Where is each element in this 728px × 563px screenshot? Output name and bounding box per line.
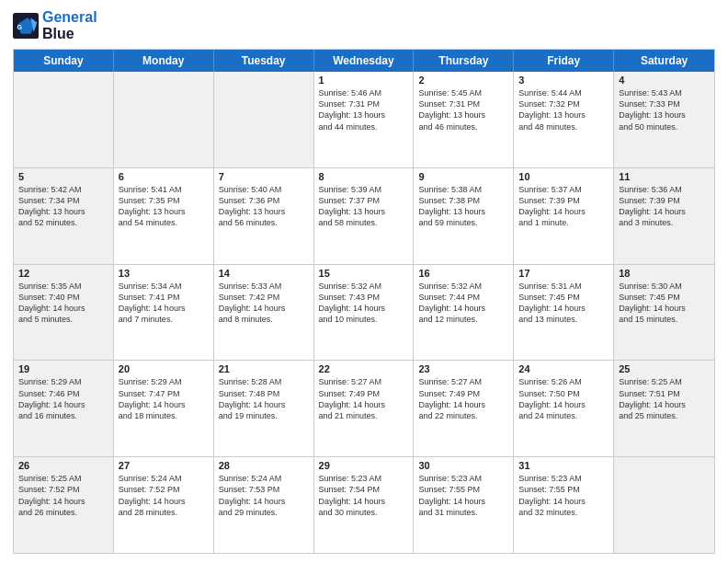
calendar-cell-20: 20Sunrise: 5:29 AM Sunset: 7:47 PM Dayli… — [114, 361, 214, 456]
cell-info: Sunrise: 5:23 AM Sunset: 7:55 PM Dayligh… — [518, 473, 609, 518]
calendar-header: SundayMondayTuesdayWednesdayThursdayFrid… — [14, 50, 714, 72]
cell-info: Sunrise: 5:38 AM Sunset: 7:38 PM Dayligh… — [418, 184, 508, 229]
cell-info: Sunrise: 5:30 AM Sunset: 7:45 PM Dayligh… — [619, 281, 710, 326]
calendar-cell-31: 31Sunrise: 5:23 AM Sunset: 7:55 PM Dayli… — [514, 457, 614, 553]
day-number: 18 — [619, 268, 710, 279]
calendar-cell-empty — [114, 72, 214, 167]
col-header-tuesday: Tuesday — [214, 50, 314, 72]
col-header-thursday: Thursday — [414, 50, 514, 72]
day-number: 29 — [319, 460, 409, 471]
day-number: 25 — [619, 363, 710, 374]
calendar-cell-25: 25Sunrise: 5:25 AM Sunset: 7:51 PM Dayli… — [614, 361, 714, 456]
calendar-cell-14: 14Sunrise: 5:33 AM Sunset: 7:42 PM Dayli… — [214, 265, 314, 361]
day-number: 5 — [18, 171, 108, 182]
cell-info: Sunrise: 5:35 AM Sunset: 7:40 PM Dayligh… — [18, 281, 108, 326]
calendar-cell-9: 9Sunrise: 5:38 AM Sunset: 7:38 PM Daylig… — [414, 168, 514, 264]
day-number: 16 — [418, 268, 508, 279]
calendar-cell-1: 1Sunrise: 5:46 AM Sunset: 7:31 PM Daylig… — [314, 72, 415, 167]
calendar-cell-8: 8Sunrise: 5:39 AM Sunset: 7:37 PM Daylig… — [314, 168, 415, 264]
cell-info: Sunrise: 5:32 AM Sunset: 7:43 PM Dayligh… — [319, 281, 409, 326]
cell-info: Sunrise: 5:44 AM Sunset: 7:32 PM Dayligh… — [518, 87, 609, 132]
calendar-cell-27: 27Sunrise: 5:24 AM Sunset: 7:52 PM Dayli… — [114, 457, 214, 553]
calendar-cell-2: 2Sunrise: 5:45 AM Sunset: 7:31 PM Daylig… — [414, 72, 514, 167]
calendar-cell-10: 10Sunrise: 5:37 AM Sunset: 7:39 PM Dayli… — [514, 168, 614, 264]
day-number: 26 — [18, 460, 108, 471]
calendar-cell-6: 6Sunrise: 5:41 AM Sunset: 7:35 PM Daylig… — [114, 168, 214, 264]
calendar-row-2: 12Sunrise: 5:35 AM Sunset: 7:40 PM Dayli… — [14, 265, 714, 362]
calendar-cell-empty — [614, 457, 714, 553]
cell-info: Sunrise: 5:40 AM Sunset: 7:36 PM Dayligh… — [219, 184, 309, 229]
cell-info: Sunrise: 5:24 AM Sunset: 7:53 PM Dayligh… — [219, 473, 309, 518]
day-number: 31 — [518, 460, 609, 471]
day-number: 27 — [119, 460, 209, 471]
header: G General Blue — [13, 9, 715, 41]
cell-info: Sunrise: 5:29 AM Sunset: 7:46 PM Dayligh… — [18, 376, 108, 421]
calendar-cell-15: 15Sunrise: 5:32 AM Sunset: 7:43 PM Dayli… — [314, 265, 415, 361]
calendar-cell-19: 19Sunrise: 5:29 AM Sunset: 7:46 PM Dayli… — [14, 361, 114, 456]
cell-info: Sunrise: 5:24 AM Sunset: 7:52 PM Dayligh… — [119, 473, 209, 518]
day-number: 23 — [418, 363, 508, 374]
calendar-row-1: 5Sunrise: 5:42 AM Sunset: 7:34 PM Daylig… — [14, 168, 714, 265]
calendar-cell-24: 24Sunrise: 5:26 AM Sunset: 7:50 PM Dayli… — [514, 361, 614, 456]
calendar-cell-23: 23Sunrise: 5:27 AM Sunset: 7:49 PM Dayli… — [414, 361, 514, 456]
day-number: 11 — [619, 171, 710, 182]
day-number: 12 — [18, 268, 108, 279]
cell-info: Sunrise: 5:23 AM Sunset: 7:55 PM Dayligh… — [418, 473, 508, 518]
calendar-row-3: 19Sunrise: 5:29 AM Sunset: 7:46 PM Dayli… — [14, 361, 714, 457]
logo-icon: G — [13, 13, 39, 39]
cell-info: Sunrise: 5:25 AM Sunset: 7:52 PM Dayligh… — [18, 473, 108, 518]
calendar-cell-13: 13Sunrise: 5:34 AM Sunset: 7:41 PM Dayli… — [114, 265, 214, 361]
logo-text: General Blue — [42, 9, 97, 41]
cell-info: Sunrise: 5:31 AM Sunset: 7:45 PM Dayligh… — [518, 281, 609, 326]
cell-info: Sunrise: 5:36 AM Sunset: 7:39 PM Dayligh… — [619, 184, 710, 229]
day-number: 17 — [518, 268, 609, 279]
day-number: 22 — [319, 363, 409, 374]
calendar-row-4: 26Sunrise: 5:25 AM Sunset: 7:52 PM Dayli… — [14, 457, 714, 553]
day-number: 28 — [219, 460, 309, 471]
calendar-row-0: 1Sunrise: 5:46 AM Sunset: 7:31 PM Daylig… — [14, 72, 714, 168]
cell-info: Sunrise: 5:25 AM Sunset: 7:51 PM Dayligh… — [619, 376, 710, 421]
cell-info: Sunrise: 5:26 AM Sunset: 7:50 PM Dayligh… — [518, 376, 609, 421]
page: G General Blue SundayMondayTuesdayWednes… — [0, 0, 728, 563]
day-number: 21 — [219, 363, 309, 374]
day-number: 15 — [319, 268, 409, 279]
cell-info: Sunrise: 5:23 AM Sunset: 7:54 PM Dayligh… — [319, 473, 409, 518]
cell-info: Sunrise: 5:27 AM Sunset: 7:49 PM Dayligh… — [319, 376, 409, 421]
calendar-cell-26: 26Sunrise: 5:25 AM Sunset: 7:52 PM Dayli… — [14, 457, 114, 553]
col-header-friday: Friday — [514, 50, 614, 72]
day-number: 1 — [319, 75, 409, 86]
calendar-cell-3: 3Sunrise: 5:44 AM Sunset: 7:32 PM Daylig… — [514, 72, 614, 167]
calendar-cell-21: 21Sunrise: 5:28 AM Sunset: 7:48 PM Dayli… — [214, 361, 314, 456]
cell-info: Sunrise: 5:29 AM Sunset: 7:47 PM Dayligh… — [119, 376, 209, 421]
day-number: 14 — [219, 268, 309, 279]
calendar: SundayMondayTuesdayWednesdayThursdayFrid… — [13, 49, 715, 554]
cell-info: Sunrise: 5:43 AM Sunset: 7:33 PM Dayligh… — [619, 87, 710, 132]
day-number: 13 — [119, 268, 209, 279]
cell-info: Sunrise: 5:45 AM Sunset: 7:31 PM Dayligh… — [418, 87, 508, 132]
logo: G General Blue — [13, 9, 97, 41]
col-header-monday: Monday — [114, 50, 214, 72]
calendar-cell-29: 29Sunrise: 5:23 AM Sunset: 7:54 PM Dayli… — [314, 457, 415, 553]
calendar-cell-28: 28Sunrise: 5:24 AM Sunset: 7:53 PM Dayli… — [214, 457, 314, 553]
calendar-cell-4: 4Sunrise: 5:43 AM Sunset: 7:33 PM Daylig… — [614, 72, 714, 167]
day-number: 20 — [119, 363, 209, 374]
cell-info: Sunrise: 5:27 AM Sunset: 7:49 PM Dayligh… — [418, 376, 508, 421]
calendar-cell-17: 17Sunrise: 5:31 AM Sunset: 7:45 PM Dayli… — [514, 265, 614, 361]
calendar-cell-18: 18Sunrise: 5:30 AM Sunset: 7:45 PM Dayli… — [614, 265, 714, 361]
col-header-wednesday: Wednesday — [314, 50, 415, 72]
cell-info: Sunrise: 5:41 AM Sunset: 7:35 PM Dayligh… — [119, 184, 209, 229]
calendar-cell-5: 5Sunrise: 5:42 AM Sunset: 7:34 PM Daylig… — [14, 168, 114, 264]
day-number: 7 — [219, 171, 309, 182]
calendar-cell-16: 16Sunrise: 5:32 AM Sunset: 7:44 PM Dayli… — [414, 265, 514, 361]
calendar-cell-12: 12Sunrise: 5:35 AM Sunset: 7:40 PM Dayli… — [14, 265, 114, 361]
cell-info: Sunrise: 5:46 AM Sunset: 7:31 PM Dayligh… — [319, 87, 409, 132]
cell-info: Sunrise: 5:32 AM Sunset: 7:44 PM Dayligh… — [418, 281, 508, 326]
cell-info: Sunrise: 5:37 AM Sunset: 7:39 PM Dayligh… — [518, 184, 609, 229]
cell-info: Sunrise: 5:39 AM Sunset: 7:37 PM Dayligh… — [319, 184, 409, 229]
day-number: 24 — [518, 363, 609, 374]
calendar-cell-7: 7Sunrise: 5:40 AM Sunset: 7:36 PM Daylig… — [214, 168, 314, 264]
day-number: 8 — [319, 171, 409, 182]
col-header-sunday: Sunday — [14, 50, 114, 72]
calendar-body: 1Sunrise: 5:46 AM Sunset: 7:31 PM Daylig… — [14, 72, 714, 553]
day-number: 4 — [619, 75, 710, 86]
